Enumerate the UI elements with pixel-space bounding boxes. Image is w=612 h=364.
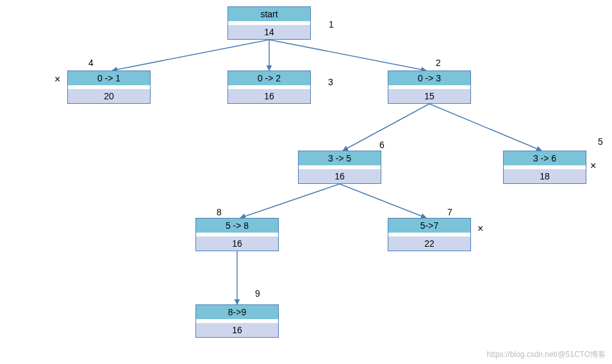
node-value: 14: [228, 25, 310, 39]
node-label: 8->9: [196, 305, 278, 319]
node-label: 0 -> 1: [68, 71, 150, 85]
watermark: https://blog.csdn.net/@51CTO博客: [487, 349, 606, 360]
order-2: 2: [436, 58, 441, 68]
node-value: 22: [388, 236, 470, 251]
node-label: 3 -> 6: [504, 151, 586, 165]
order-8: 8: [217, 207, 222, 217]
order-6: 6: [379, 140, 385, 150]
order-4: 4: [88, 58, 94, 68]
order-9: 9: [255, 288, 260, 299]
svg-line-3: [343, 104, 429, 151]
node-value: 16: [196, 323, 278, 337]
node-0-2: 0 -> 2 16: [227, 70, 311, 104]
pruned-icon: ×: [477, 223, 483, 235]
svg-line-2: [269, 40, 426, 70]
node-3-5: 3 -> 5 16: [298, 151, 381, 184]
order-5: 5: [598, 136, 603, 147]
node-value: 18: [504, 169, 586, 183]
node-0-3: 0 -> 3 15: [388, 70, 471, 104]
svg-line-0: [112, 40, 269, 70]
order-3: 3: [328, 77, 333, 87]
svg-line-6: [340, 184, 426, 218]
node-value: 16: [228, 89, 310, 103]
pruned-icon: ×: [590, 160, 596, 172]
order-7: 7: [447, 207, 452, 217]
node-value: 15: [388, 89, 470, 103]
node-5-8: 5 -> 8 16: [195, 218, 279, 251]
pruned-icon: ×: [54, 74, 60, 85]
node-label: start: [228, 7, 310, 21]
node-value: 20: [68, 89, 150, 103]
node-value: 16: [196, 236, 278, 251]
node-label: 0 -> 2: [228, 71, 310, 85]
svg-line-4: [429, 104, 542, 151]
node-label: 3 -> 5: [299, 151, 381, 165]
node-label: 5 -> 8: [196, 219, 278, 233]
node-start: start 14: [227, 6, 311, 40]
svg-line-5: [240, 184, 340, 218]
node-value: 16: [299, 169, 381, 183]
node-0-1: 0 -> 1 20: [67, 70, 151, 104]
node-label: 0 -> 3: [388, 71, 470, 85]
node-label: 5->7: [388, 219, 470, 233]
node-3-6: 3 -> 6 18: [503, 151, 586, 184]
node-8-9: 8->9 16: [195, 304, 279, 338]
node-5-7: 5->7 22: [388, 218, 471, 251]
order-1: 1: [329, 19, 334, 29]
